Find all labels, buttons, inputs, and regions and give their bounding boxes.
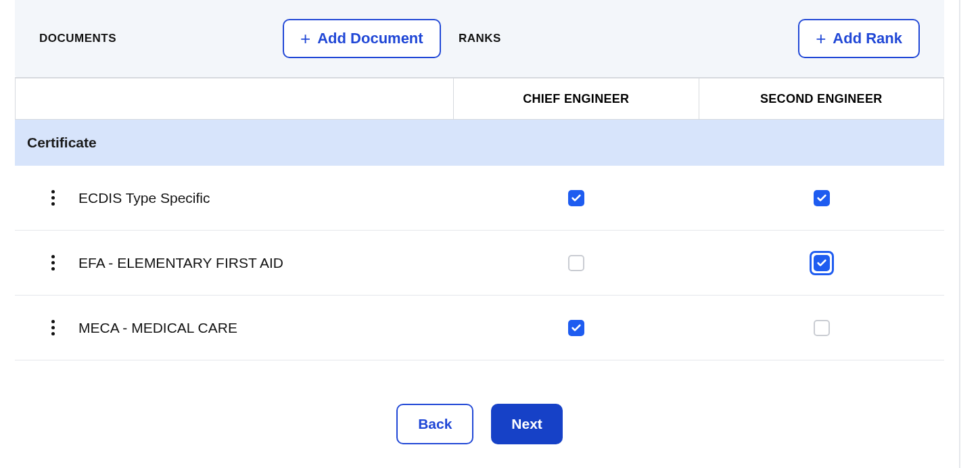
kebab-icon[interactable] xyxy=(46,319,60,337)
rank-cell xyxy=(699,320,944,336)
document-rows: ECDIS Type Specific EFA - ELEMENTARY FIR… xyxy=(15,166,944,360)
checkbox[interactable] xyxy=(568,190,584,206)
plus-icon: + xyxy=(816,30,826,47)
check-icon xyxy=(571,323,582,333)
check-icon xyxy=(816,193,827,204)
back-button[interactable]: Back xyxy=(396,404,473,444)
document-name: ECDIS Type Specific xyxy=(78,190,210,206)
kebab-icon[interactable] xyxy=(46,254,60,273)
table-row: MECA - MEDICAL CARE xyxy=(15,296,944,360)
check-icon xyxy=(816,258,827,268)
add-rank-button[interactable]: + Add Rank xyxy=(798,19,920,58)
documents-heading: DOCUMENTS xyxy=(39,32,116,45)
ranks-heading: RANKS xyxy=(459,32,501,45)
header-bar: DOCUMENTS + Add Document RANKS + Add Ran… xyxy=(15,0,944,77)
add-document-label: Add Document xyxy=(317,30,423,47)
document-cell: ECDIS Type Specific xyxy=(15,189,453,208)
page-container: DOCUMENTS + Add Document RANKS + Add Ran… xyxy=(0,0,960,468)
rank-cell xyxy=(453,255,699,271)
check-icon xyxy=(571,193,582,204)
table-header-rank-chief-engineer: CHIEF ENGINEER xyxy=(454,78,699,119)
rank-cell xyxy=(453,190,699,206)
group-row-certificate: Certificate xyxy=(15,120,944,166)
checkbox[interactable] xyxy=(814,320,830,336)
checkbox[interactable] xyxy=(568,255,584,271)
plus-icon: + xyxy=(300,30,310,47)
group-label: Certificate xyxy=(27,135,97,150)
table-header-documents-col xyxy=(16,78,454,119)
rank-cell xyxy=(453,320,699,336)
table-header-rank-second-engineer: SECOND ENGINEER xyxy=(699,78,944,119)
document-name: EFA - ELEMENTARY FIRST AID xyxy=(78,255,283,271)
rank-cell xyxy=(699,251,944,275)
next-button[interactable]: Next xyxy=(491,404,563,444)
footer-actions: Back Next xyxy=(0,404,959,444)
document-cell: MECA - MEDICAL CARE xyxy=(15,319,453,337)
table-row: ECDIS Type Specific xyxy=(15,166,944,231)
add-rank-label: Add Rank xyxy=(833,30,902,47)
table-header-row: CHIEF ENGINEER SECOND ENGINEER xyxy=(15,77,944,120)
checkbox-focused xyxy=(810,251,834,275)
document-name: MECA - MEDICAL CARE xyxy=(78,320,237,336)
document-cell: EFA - ELEMENTARY FIRST AID xyxy=(15,254,453,273)
checkbox[interactable] xyxy=(814,255,830,271)
checkbox[interactable] xyxy=(814,190,830,206)
add-document-button[interactable]: + Add Document xyxy=(283,19,441,58)
kebab-icon[interactable] xyxy=(46,189,60,208)
table-row: EFA - ELEMENTARY FIRST AID xyxy=(15,231,944,296)
checkbox[interactable] xyxy=(568,320,584,336)
rank-cell xyxy=(699,190,944,206)
